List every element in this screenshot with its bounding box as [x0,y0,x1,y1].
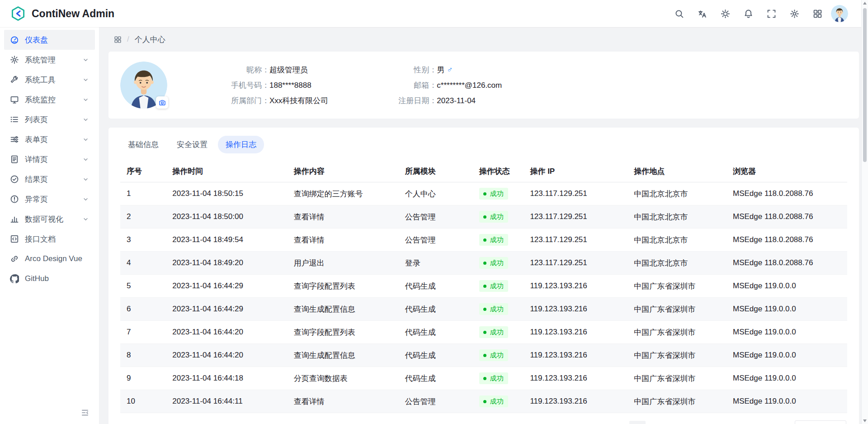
table-cell: 119.123.193.216 [524,275,627,298]
sidebar-item-exception-pages[interactable]: 异常页 [4,189,95,209]
table-cell: 4 [120,252,166,275]
chevron-down-icon [82,96,89,103]
app-title: ContiNew Admin [32,8,114,20]
table-cell: MSEdge 119.0.0.0 [726,390,847,413]
status-text: 成功 [490,281,504,291]
form-icon [10,135,19,144]
breadcrumb-separator: / [127,35,129,44]
breadcrumb-home-icon[interactable] [114,36,122,43]
table-cell: 中国广东省深圳市 [627,367,726,390]
page-button-1[interactable]: 1 [629,421,646,424]
sidebar-item-api-docs[interactable]: 接口文档 [4,229,95,249]
tab-basic-info[interactable]: 基础信息 [120,136,166,153]
language-icon [698,9,707,19]
profile-field: 昵称：超级管理员 [202,64,328,76]
gear-icon [10,55,19,64]
scrollbar-down-button[interactable] [863,419,867,422]
table-cell: 9 [120,367,166,390]
search-button[interactable] [670,5,688,23]
layout-button[interactable] [808,5,826,23]
sidebar-item-list-pages[interactable]: 列表页 [4,110,95,129]
sidebar-collapse-button[interactable] [77,406,93,419]
refresh-button[interactable] [541,421,557,424]
fullscreen-button[interactable] [762,5,780,23]
status-text: 成功 [490,328,504,337]
table-cell: 成功 [473,252,524,275]
sidebar-item-system-tools[interactable]: 系统工具 [4,70,95,90]
exception-icon [10,195,19,204]
table-row: 42023-11-04 18:49:20用户退出登录成功123.117.129.… [120,252,847,275]
page-size-select[interactable]: 10 条/页 [795,420,846,424]
status-text: 成功 [490,212,504,221]
pagination: 共 27825 条 12345···2783 10 条/页 [120,413,847,424]
vertical-scrollbar[interactable] [861,0,868,424]
app-root: ContiNew Admin 仪表盘系统管理系统工具系统监控列表页表单页详情页结… [0,0,868,424]
status-badge: 成功 [479,188,508,200]
sidebar-item-result-pages[interactable]: 结果页 [4,169,95,189]
page-button-3[interactable]: 3 [667,421,684,424]
sidebar-item-label: 系统工具 [25,75,76,85]
sidebar-item-arco-design-vue[interactable]: Arco Design Vue [4,249,95,269]
sidebar-item-label: 数据可视化 [25,214,76,224]
notifications-button[interactable] [739,5,757,23]
table-cell: 查看详情 [288,205,399,229]
settings-button[interactable] [785,5,803,23]
table-cell: MSEdge 118.0.2088.76 [726,205,847,229]
tool-icon [10,75,19,84]
theme-button[interactable] [716,5,734,23]
sidebar-item-data-visualization[interactable]: 数据可视化 [4,209,95,229]
status-badge: 成功 [479,257,508,269]
page-button-2[interactable]: 2 [648,421,665,424]
sidebar-item-github[interactable]: GitHub [4,269,95,289]
sidebar-item-system-monitor[interactable]: 系统监控 [4,90,95,110]
profile-field: 所属部门：Xxx科技有限公司 [202,95,328,106]
field-label: 注册日期： [369,95,437,106]
table-cell: 成功 [473,229,524,252]
link-icon [10,254,19,263]
sidebar-item-form-pages[interactable]: 表单页 [4,129,95,149]
scrollbar-up-button[interactable] [863,2,867,5]
table-cell: MSEdge 118.0.2088.76 [726,252,847,275]
status-dot-icon [483,400,486,403]
status-text: 成功 [490,235,504,244]
profile-card: 昵称：超级管理员手机号码：188****8888所属部门：Xxx科技有限公司 性… [108,52,859,119]
next-page-button[interactable] [771,421,788,424]
table-cell: 查询生成配置信息 [288,344,399,367]
brand[interactable]: ContiNew Admin [10,5,114,22]
table-cell: MSEdge 119.0.0.0 [726,298,847,321]
table-cell: 2023-11-04 18:49:20 [166,252,288,275]
chevron-down-icon [82,156,89,163]
page-button-2783[interactable]: 2783 [743,421,768,424]
table-row: 72023-11-04 16:44:20查询字段配置列表代码生成成功119.12… [120,321,847,344]
page-button-4[interactable]: 4 [686,421,703,424]
column-header: 操作地点 [627,161,726,182]
field-label: 所属部门： [202,95,269,106]
sidebar-item-label: 系统监控 [25,95,76,105]
table-row: 92023-11-04 16:44:18分页查询数据表代码生成成功119.123… [120,367,847,390]
chevron-down-icon [82,57,89,63]
profile-field: 邮箱：c********@126.com [369,80,502,91]
tab-operation-log[interactable]: 操作日志 [218,136,264,153]
tab-security-settings[interactable]: 安全设置 [169,136,215,153]
language-button[interactable] [693,5,711,23]
sidebar-item-dashboard[interactable]: 仪表盘 [4,30,95,50]
table-cell: 7 [120,321,166,344]
status-dot-icon [483,192,486,195]
table-cell: 代码生成 [399,275,473,298]
camera-icon [159,99,166,106]
chevron-down-icon [82,216,89,223]
field-value: Xxx科技有限公司 [269,95,328,106]
table-cell: 2023-11-04 16:44:20 [166,344,288,367]
user-avatar[interactable] [831,5,848,22]
page-button-5[interactable]: 5 [705,421,722,424]
search-icon [675,9,684,19]
scrollbar-thumb[interactable] [863,8,867,162]
sidebar-item-system-management[interactable]: 系统管理 [4,50,95,70]
prev-page-button[interactable] [609,421,626,424]
table-row: 102023-11-04 16:44:11查看详情公告管理成功119.123.1… [120,390,847,413]
sidebar-item-label: 表单页 [25,134,76,145]
pagination-pages: 12345···2783 [629,421,768,424]
change-avatar-button[interactable] [156,96,168,109]
sidebar-item-detail-pages[interactable]: 详情页 [4,149,95,169]
table-row: 52023-11-04 16:44:29查询字段配置列表代码生成成功119.12… [120,275,847,298]
